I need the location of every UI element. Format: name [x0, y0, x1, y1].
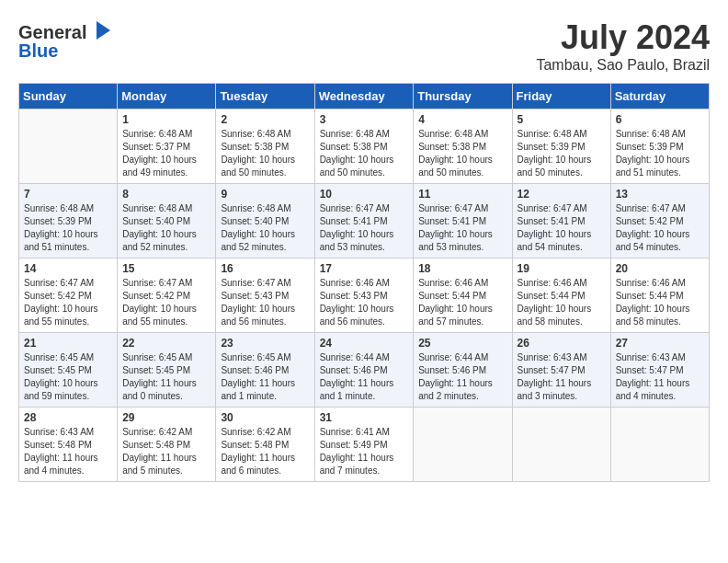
- logo-svg: General Blue: [18, 18, 119, 60]
- day-info: Sunrise: 6:43 AMSunset: 5:48 PMDaylight:…: [24, 426, 112, 477]
- day-info: Sunrise: 6:47 AMSunset: 5:42 PMDaylight:…: [122, 277, 210, 328]
- day-number: 12: [518, 188, 606, 201]
- calendar-day-cell: 31Sunrise: 6:41 AMSunset: 5:49 PMDayligh…: [314, 408, 414, 482]
- day-number: 22: [122, 337, 210, 350]
- weekday-header-monday: Monday: [118, 84, 216, 109]
- weekday-header-sunday: Sunday: [19, 84, 118, 109]
- weekday-header-tuesday: Tuesday: [216, 84, 314, 109]
- day-info: Sunrise: 6:48 AMSunset: 5:40 PMDaylight:…: [221, 202, 309, 254]
- weekday-header-saturday: Saturday: [610, 84, 709, 109]
- weekday-header-friday: Friday: [512, 84, 610, 109]
- calendar-day-cell: 20Sunrise: 6:46 AMSunset: 5:44 PMDayligh…: [610, 259, 709, 333]
- calendar-day-cell: 11Sunrise: 6:47 AMSunset: 5:41 PMDayligh…: [414, 184, 512, 259]
- calendar-day-cell: 8Sunrise: 6:48 AMSunset: 5:40 PMDaylight…: [118, 184, 216, 259]
- day-number: 29: [122, 411, 210, 424]
- day-info: Sunrise: 6:42 AMSunset: 5:48 PMDaylight:…: [122, 426, 210, 477]
- day-number: 11: [418, 188, 506, 201]
- calendar-day-cell: 23Sunrise: 6:45 AMSunset: 5:46 PMDayligh…: [216, 333, 314, 408]
- weekday-header-thursday: Thursday: [414, 84, 512, 109]
- calendar-week-row: 28Sunrise: 6:43 AMSunset: 5:48 PMDayligh…: [19, 408, 710, 482]
- day-info: Sunrise: 6:45 AMSunset: 5:45 PMDaylight:…: [122, 351, 210, 403]
- day-number: 13: [616, 188, 704, 201]
- month-year-title: July 2024: [536, 18, 710, 57]
- calendar-day-cell: 12Sunrise: 6:47 AMSunset: 5:41 PMDayligh…: [512, 184, 610, 259]
- calendar-day-cell: 7Sunrise: 6:48 AMSunset: 5:39 PMDaylight…: [19, 184, 118, 259]
- day-info: Sunrise: 6:47 AMSunset: 5:43 PMDaylight:…: [221, 277, 309, 328]
- day-info: Sunrise: 6:46 AMSunset: 5:44 PMDaylight:…: [616, 277, 704, 328]
- calendar-day-cell: [19, 109, 118, 184]
- day-number: 15: [122, 262, 210, 275]
- calendar-day-cell: 25Sunrise: 6:44 AMSunset: 5:46 PMDayligh…: [414, 333, 512, 408]
- page-header: General Blue July 2024 Tambau, Sao Paulo…: [18, 18, 710, 74]
- day-number: 16: [221, 262, 309, 275]
- day-info: Sunrise: 6:46 AMSunset: 5:44 PMDaylight:…: [518, 277, 606, 328]
- day-info: Sunrise: 6:45 AMSunset: 5:45 PMDaylight:…: [24, 351, 112, 403]
- day-number: 17: [320, 262, 409, 275]
- calendar-day-cell: 26Sunrise: 6:43 AMSunset: 5:47 PMDayligh…: [512, 333, 610, 408]
- calendar-day-cell: 4Sunrise: 6:48 AMSunset: 5:38 PMDaylight…: [414, 109, 512, 184]
- day-number: 7: [24, 188, 112, 201]
- svg-text:General: General: [18, 22, 86, 42]
- calendar-day-cell: 14Sunrise: 6:47 AMSunset: 5:42 PMDayligh…: [19, 259, 118, 333]
- calendar-day-cell: 24Sunrise: 6:44 AMSunset: 5:46 PMDayligh…: [314, 333, 414, 408]
- calendar-day-cell: 6Sunrise: 6:48 AMSunset: 5:39 PMDaylight…: [610, 109, 709, 184]
- calendar-day-cell: 9Sunrise: 6:48 AMSunset: 5:40 PMDaylight…: [216, 184, 314, 259]
- calendar-day-cell: 2Sunrise: 6:48 AMSunset: 5:38 PMDaylight…: [216, 109, 314, 184]
- day-number: 19: [518, 262, 606, 275]
- calendar-day-cell: 29Sunrise: 6:42 AMSunset: 5:48 PMDayligh…: [118, 408, 216, 482]
- day-number: 6: [616, 113, 704, 126]
- day-info: Sunrise: 6:48 AMSunset: 5:39 PMDaylight:…: [24, 202, 112, 254]
- day-info: Sunrise: 6:44 AMSunset: 5:46 PMDaylight:…: [320, 351, 409, 403]
- day-number: 26: [518, 337, 606, 350]
- calendar-day-cell: 16Sunrise: 6:47 AMSunset: 5:43 PMDayligh…: [216, 259, 314, 333]
- calendar-week-row: 1Sunrise: 6:48 AMSunset: 5:37 PMDaylight…: [19, 109, 710, 184]
- calendar-week-row: 21Sunrise: 6:45 AMSunset: 5:45 PMDayligh…: [19, 333, 710, 408]
- title-block: July 2024 Tambau, Sao Paulo, Brazil: [536, 18, 710, 74]
- day-info: Sunrise: 6:44 AMSunset: 5:46 PMDaylight:…: [418, 351, 506, 403]
- calendar-day-cell: 19Sunrise: 6:46 AMSunset: 5:44 PMDayligh…: [512, 259, 610, 333]
- calendar-day-cell: 3Sunrise: 6:48 AMSunset: 5:38 PMDaylight…: [314, 109, 414, 184]
- calendar-day-cell: 22Sunrise: 6:45 AMSunset: 5:45 PMDayligh…: [118, 333, 216, 408]
- day-info: Sunrise: 6:48 AMSunset: 5:37 PMDaylight:…: [122, 128, 210, 179]
- day-number: 28: [24, 411, 112, 424]
- calendar-week-row: 14Sunrise: 6:47 AMSunset: 5:42 PMDayligh…: [19, 259, 710, 333]
- calendar-day-cell: 10Sunrise: 6:47 AMSunset: 5:41 PMDayligh…: [314, 184, 414, 259]
- day-number: 31: [320, 411, 409, 424]
- calendar-day-cell: [414, 408, 512, 482]
- logo: General Blue: [18, 18, 119, 60]
- day-number: 27: [616, 337, 704, 350]
- day-number: 1: [122, 113, 210, 126]
- day-info: Sunrise: 6:47 AMSunset: 5:41 PMDaylight:…: [320, 202, 409, 254]
- day-number: 24: [320, 337, 409, 350]
- day-info: Sunrise: 6:45 AMSunset: 5:46 PMDaylight:…: [221, 351, 309, 403]
- weekday-header-row: SundayMondayTuesdayWednesdayThursdayFrid…: [19, 84, 710, 109]
- calendar-day-cell: [610, 408, 709, 482]
- location-subtitle: Tambau, Sao Paulo, Brazil: [536, 57, 710, 74]
- calendar-day-cell: 13Sunrise: 6:47 AMSunset: 5:42 PMDayligh…: [610, 184, 709, 259]
- day-info: Sunrise: 6:42 AMSunset: 5:48 PMDaylight:…: [221, 426, 309, 477]
- calendar-day-cell: 27Sunrise: 6:43 AMSunset: 5:47 PMDayligh…: [610, 333, 709, 408]
- calendar-week-row: 7Sunrise: 6:48 AMSunset: 5:39 PMDaylight…: [19, 184, 710, 259]
- day-info: Sunrise: 6:48 AMSunset: 5:38 PMDaylight:…: [221, 128, 309, 179]
- day-info: Sunrise: 6:47 AMSunset: 5:41 PMDaylight:…: [518, 202, 606, 254]
- calendar-day-cell: 5Sunrise: 6:48 AMSunset: 5:39 PMDaylight…: [512, 109, 610, 184]
- day-number: 4: [418, 113, 506, 126]
- day-number: 25: [418, 337, 506, 350]
- day-info: Sunrise: 6:48 AMSunset: 5:39 PMDaylight:…: [518, 128, 606, 179]
- day-info: Sunrise: 6:43 AMSunset: 5:47 PMDaylight:…: [518, 351, 606, 403]
- calendar-day-cell: 1Sunrise: 6:48 AMSunset: 5:37 PMDaylight…: [118, 109, 216, 184]
- day-number: 30: [221, 411, 309, 424]
- day-info: Sunrise: 6:43 AMSunset: 5:47 PMDaylight:…: [616, 351, 704, 403]
- calendar-day-cell: [512, 408, 610, 482]
- day-number: 3: [320, 113, 409, 126]
- calendar-day-cell: 17Sunrise: 6:46 AMSunset: 5:43 PMDayligh…: [314, 259, 414, 333]
- day-number: 9: [221, 188, 309, 201]
- day-info: Sunrise: 6:46 AMSunset: 5:43 PMDaylight:…: [320, 277, 409, 328]
- day-number: 5: [518, 113, 606, 126]
- calendar-day-cell: 30Sunrise: 6:42 AMSunset: 5:48 PMDayligh…: [216, 408, 314, 482]
- calendar-day-cell: 21Sunrise: 6:45 AMSunset: 5:45 PMDayligh…: [19, 333, 118, 408]
- calendar-table: SundayMondayTuesdayWednesdayThursdayFrid…: [18, 83, 710, 482]
- day-info: Sunrise: 6:48 AMSunset: 5:38 PMDaylight:…: [320, 128, 409, 179]
- calendar-day-cell: 18Sunrise: 6:46 AMSunset: 5:44 PMDayligh…: [414, 259, 512, 333]
- day-number: 14: [24, 262, 112, 275]
